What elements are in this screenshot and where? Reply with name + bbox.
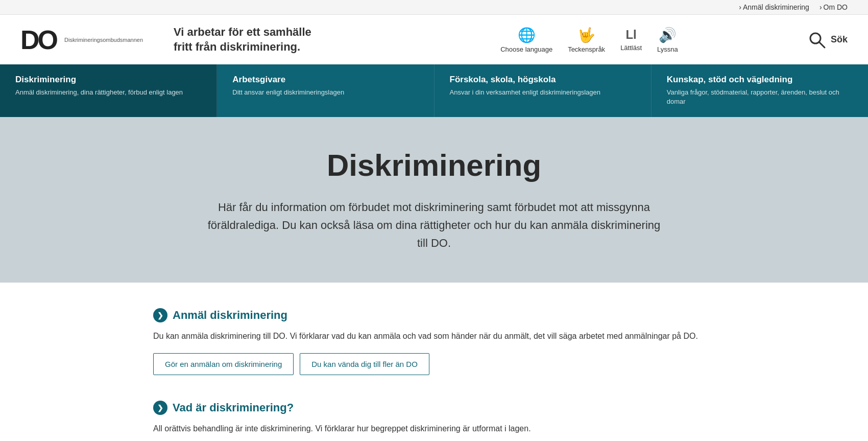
logo-icon: DO — [20, 27, 56, 53]
language-label: Choose language — [500, 45, 552, 53]
nav-desc-forskola: Ansvar i din verksamhet enligt diskrimin… — [450, 88, 636, 97]
tool-lyssna[interactable]: 🔊 Lyssna — [657, 27, 678, 53]
utility-bar: Anmäl diskriminering Om DO — [0, 0, 868, 15]
btn-vanda-dig[interactable]: Du kan vända dig till fler än DO — [300, 353, 429, 375]
nav-item-kunskap[interactable]: Kunskap, stöd och vägledning Vanliga frå… — [652, 64, 868, 117]
header-tagline: Vi arbetar för ett samhällefritt från di… — [174, 25, 371, 54]
language-icon: 🌐 — [518, 27, 536, 43]
main-header: DO Diskriminerings­ombudsmannen Vi arbet… — [0, 15, 868, 64]
tool-teckensprak[interactable]: 🤟 Teckenspråk — [568, 27, 605, 53]
anmal-link[interactable]: Anmäl diskriminering — [739, 3, 809, 11]
btn-gor-anmalan[interactable]: Gör en anmälan om diskriminering — [153, 353, 294, 375]
anmal-buttons: Gör en anmälan om diskriminering Du kan … — [153, 353, 715, 375]
nav-desc-diskriminering: Anmäl diskriminering, dina rättigheter, … — [15, 88, 201, 97]
header-tools: 🌐 Choose language 🤟 Teckenspråk Ll Lättl… — [392, 27, 787, 53]
lattlast-label: Lättläst — [620, 44, 642, 52]
nav-title-arbetsgivare: Arbetsgivare — [232, 75, 418, 85]
vad-title-text: Vad är diskriminering? — [173, 401, 294, 414]
nav-desc-arbetsgivare: Ditt ansvar enligt diskrimineringslagen — [232, 88, 418, 97]
logo-area: DO Diskriminerings­ombudsmannen — [20, 27, 153, 53]
nav-item-arbetsgivare[interactable]: Arbetsgivare Ditt ansvar enligt diskrimi… — [217, 64, 434, 117]
lyssna-icon: 🔊 — [659, 27, 677, 43]
search-button[interactable]: Sök — [807, 30, 848, 50]
lyssna-label: Lyssna — [657, 45, 678, 53]
anmal-title-text: Anmäl diskriminering — [173, 309, 287, 322]
vad-desc: All orättvis behandling är inte diskrimi… — [153, 422, 715, 435]
nav-item-forskola[interactable]: Förskola, skola, högskola Ansvar i din v… — [435, 64, 652, 117]
nav-item-diskriminering[interactable]: Diskriminering Anmäl diskriminering, din… — [0, 64, 217, 117]
om-do-link[interactable]: Om DO — [819, 3, 848, 11]
anmal-desc: Du kan anmäla diskriminering till DO. Vi… — [153, 330, 715, 343]
anmal-title[interactable]: ❯ Anmäl diskriminering — [153, 308, 715, 322]
nav-title-kunskap: Kunskap, stöd och vägledning — [667, 75, 853, 85]
tool-lattlast[interactable]: Ll Lättläst — [620, 28, 642, 52]
content-area: ❯ Anmäl diskriminering Du kan anmäla dis… — [0, 283, 868, 441]
search-label: Sök — [831, 34, 848, 45]
hero-title: Diskriminering — [20, 148, 848, 183]
nav-title-diskriminering: Diskriminering — [15, 75, 201, 85]
lattlast-icon: Ll — [625, 28, 636, 42]
tool-language[interactable]: 🌐 Choose language — [500, 27, 552, 53]
hero-description: Här får du information om förbudet mot d… — [204, 198, 664, 252]
section-vad: ❯ Vad är diskriminering? All orättvis be… — [153, 401, 715, 435]
teckensprak-label: Teckenspråk — [568, 45, 605, 53]
vad-icon: ❯ — [153, 401, 167, 415]
search-icon — [807, 30, 827, 50]
nav-desc-kunskap: Vanliga frågor, stödmaterial, rapporter,… — [667, 88, 853, 106]
teckensprak-icon: 🤟 — [577, 27, 595, 43]
svg-line-1 — [819, 42, 825, 48]
hero-section: Diskriminering Här får du information om… — [0, 117, 868, 283]
nav-title-forskola: Förskola, skola, högskola — [450, 75, 636, 85]
logo-org-text: Diskriminerings­ombudsmannen — [64, 37, 143, 43]
vad-title[interactable]: ❯ Vad är diskriminering? — [153, 401, 715, 415]
main-nav: Diskriminering Anmäl diskriminering, din… — [0, 64, 868, 117]
anmal-icon: ❯ — [153, 308, 167, 322]
section-anmal: ❯ Anmäl diskriminering Du kan anmäla dis… — [153, 308, 715, 375]
